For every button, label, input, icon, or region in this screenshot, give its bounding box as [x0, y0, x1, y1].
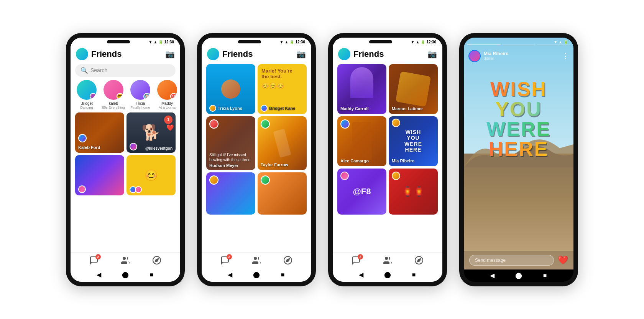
grid-cell[interactable]: Marcus Latimer	[389, 64, 438, 114]
signal-icon: ▼	[149, 40, 153, 44]
discover-nav-icon[interactable]	[283, 256, 292, 265]
stories-row: 💜 Bridget Dancing 😎 kaleb 80s Everything	[71, 80, 180, 112]
recents-button[interactable]: ■	[279, 271, 287, 279]
content-grid-2: Tricia Lyons Marie! You'rethe best. 😊😊😊 …	[202, 63, 311, 252]
friends-nav-icon[interactable]	[121, 256, 130, 265]
camera-icon[interactable]: 📷	[427, 50, 437, 59]
grid-cell[interactable]: Alec Camargo	[337, 116, 386, 166]
phone-3: ▼ ▲ 🔋 12:30 Friends 📷 Maddy Carroll	[328, 33, 447, 286]
svg-marker-2	[155, 258, 158, 261]
app-header-1: Friends 📷	[71, 46, 180, 63]
story-item[interactable]: 🏠 Tricia Finally home	[129, 80, 152, 109]
story-item[interactable]: 10 Maddy At a tourna	[156, 80, 179, 109]
chat-badge: 2	[358, 254, 363, 259]
story-avatar[interactable]	[468, 50, 481, 62]
home-button[interactable]: ⬤	[515, 272, 522, 279]
status-time: 12:30	[295, 40, 305, 44]
grid-cell[interactable]: Maddy Carroll	[337, 64, 386, 114]
grid-cell[interactable]	[206, 172, 255, 215]
story-item[interactable]: 😎 kaleb 80s Everything	[102, 80, 125, 109]
content-grid-3: Maddy Carroll Marcus Latimer	[333, 63, 442, 252]
android-nav-4: ◀ ⬤ ■	[464, 269, 573, 282]
story-user-info: Mia Ribeiro 30min	[484, 51, 562, 61]
heart-icon: ❤️	[166, 124, 174, 131]
cell-label: Mia Ribeiro	[392, 159, 414, 163]
story-name: Bridget	[80, 101, 93, 106]
grid-cell[interactable]: @F8	[337, 169, 386, 215]
story-view: ▼ ▲ 🔋 Mia Ribeiro 30min ⋮	[464, 38, 573, 269]
recents-button[interactable]: ■	[148, 271, 156, 279]
status-bar-3: ▼ ▲ 🔋 12:30	[333, 38, 442, 46]
camera-icon[interactable]: 📷	[165, 50, 175, 59]
cell-label: Kaleb Ford	[78, 145, 100, 150]
discover-nav-icon[interactable]	[152, 256, 161, 265]
phone-2: ▼ ▲ 🔋 12:30 Friends 📷 Tricia Ly	[197, 33, 316, 286]
profile-avatar[interactable]	[76, 48, 88, 60]
chat-nav-icon[interactable]: 2	[220, 256, 230, 265]
grid-cell[interactable]: Taylor Farrow	[258, 116, 307, 170]
back-button[interactable]: ◀	[95, 271, 103, 279]
status-bar-2: ▼ ▲ 🔋 12:30	[202, 38, 311, 46]
home-button[interactable]: ⬤	[122, 271, 129, 279]
wifi-icon: ▲	[154, 40, 158, 44]
phone-4: ▼ ▲ 🔋 Mia Ribeiro 30min ⋮	[459, 33, 578, 286]
android-nav-1: ◀ ⬤ ■	[71, 268, 180, 282]
cell-label: Taylor Farrow	[261, 162, 288, 167]
cell-label: Tricia Lyons	[218, 106, 242, 111]
grid-cell[interactable]: 🏮🏮	[389, 169, 438, 215]
chat-badge: 2	[227, 254, 232, 259]
content-grid-1: Kaleb Ford 🐕 1 ❤️ @kilesventgon	[71, 112, 180, 252]
svg-marker-5	[286, 258, 289, 261]
profile-avatar[interactable]	[338, 48, 350, 60]
svg-point-3	[254, 257, 257, 260]
back-button[interactable]: ◀	[226, 271, 234, 279]
home-button[interactable]: ⬤	[384, 271, 391, 279]
chat-nav-icon[interactable]: 2	[352, 256, 361, 265]
chat-nav-icon[interactable]: 2	[89, 256, 99, 265]
back-button[interactable]: ◀	[488, 272, 496, 279]
grid-cell[interactable]: 😊	[127, 155, 176, 195]
grid-cell[interactable]: Kaleb Ford	[75, 112, 124, 153]
story-progress-bars	[467, 45, 570, 45]
android-nav-2: ◀ ⬤ ■	[202, 268, 311, 282]
signal-icon-4: ▼	[554, 40, 557, 44]
cell-label: Hudson Meyer	[209, 163, 238, 168]
recents-button[interactable]: ■	[541, 272, 549, 279]
grid-cell[interactable]	[75, 155, 124, 195]
svg-point-6	[385, 257, 388, 260]
heart-reaction-button[interactable]: ❤️	[558, 255, 568, 265]
grid-cell[interactable]: WISHYOUWEREHERE Mia Ribeiro	[389, 116, 438, 166]
camera-icon[interactable]: 📷	[296, 50, 306, 59]
battery-icon-4: 🔋	[564, 40, 568, 44]
bottom-nav-1: 2	[71, 252, 180, 268]
search-icon: 🔍	[80, 67, 88, 74]
home-button[interactable]: ⬤	[253, 271, 260, 279]
bottom-nav-3: 2	[333, 252, 442, 268]
grid-cell[interactable]: 🐕 1 ❤️ @kilesventgon	[127, 112, 176, 153]
cell-label: Maddy Carroll	[340, 106, 368, 111]
app-header-2: Friends 📷	[202, 46, 311, 63]
android-nav-3: ◀ ⬤ ■	[333, 268, 442, 282]
cell-label: Marcus Latimer	[392, 106, 423, 111]
notification-bubble: 1	[164, 116, 172, 124]
story-status: Dancing	[80, 106, 93, 109]
send-message-input[interactable]: Send message	[469, 255, 554, 266]
story-status: 80s Everything	[102, 106, 125, 109]
story-item[interactable]: 💜 Bridget Dancing	[75, 80, 98, 109]
friends-nav-icon[interactable]	[383, 256, 392, 265]
back-button[interactable]: ◀	[357, 271, 365, 279]
grid-cell[interactable]: Tricia Lyons	[206, 64, 255, 114]
story-options-icon[interactable]: ⋮	[562, 52, 569, 60]
grid-cell[interactable]: Marie! You'rethe best. 😊😊😊 Bridget Kane	[258, 64, 307, 114]
status-time: 12:30	[164, 40, 174, 44]
friends-nav-icon[interactable]	[252, 256, 261, 265]
search-bar[interactable]: 🔍 Search	[75, 64, 176, 77]
recents-button[interactable]: ■	[410, 271, 418, 279]
profile-avatar[interactable]	[207, 48, 219, 60]
page-title: Friends	[91, 49, 165, 59]
grid-cell[interactable]: Still got it! I've missed bowling with t…	[206, 116, 255, 170]
grid-cell[interactable]	[258, 172, 307, 215]
discover-nav-icon[interactable]	[414, 256, 424, 265]
signal-icon: ▼	[411, 40, 415, 44]
svg-marker-8	[417, 258, 421, 261]
